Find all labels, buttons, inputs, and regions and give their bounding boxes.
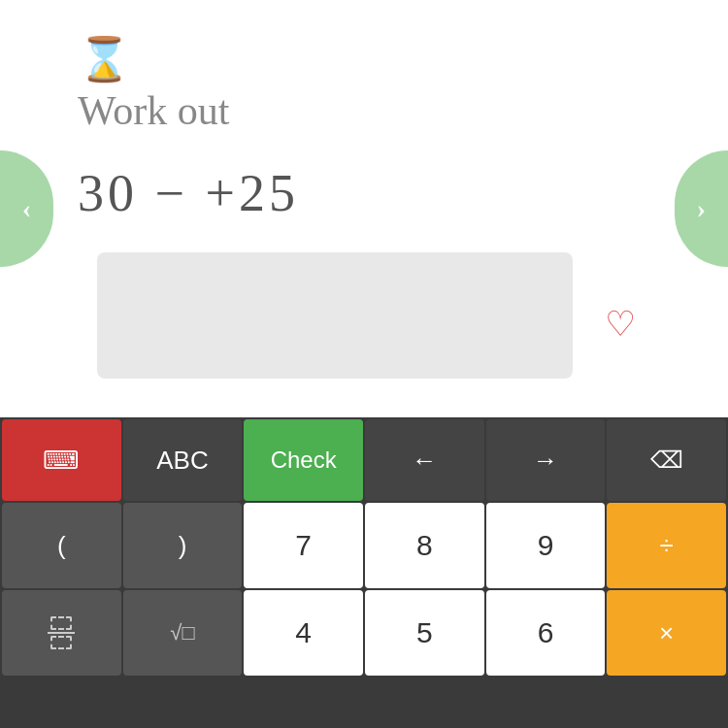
close-paren-label: ) <box>179 531 187 561</box>
eight-key[interactable]: 8 <box>365 503 484 588</box>
nav-left-button[interactable]: ‹ <box>0 150 53 267</box>
close-paren-key[interactable]: ) <box>123 503 243 588</box>
open-paren-label: ( <box>57 531 66 561</box>
keyboard-row-1: ⌨ ABC Check ← → ⌫ <box>0 417 728 501</box>
equation-display: 30 − +25 <box>78 163 728 223</box>
abc-key[interactable]: ABC <box>123 419 243 501</box>
six-key[interactable]: 6 <box>486 590 606 676</box>
answer-input-area[interactable] <box>97 252 573 379</box>
five-key[interactable]: 5 <box>365 590 484 676</box>
left-arrow-icon: ← <box>412 446 437 476</box>
abc-label: ABC <box>156 446 208 476</box>
backspace-icon: ⌫ <box>650 447 683 474</box>
sqrt-icon: √□ <box>170 620 194 645</box>
top-area: ⌛ Work out 30 − +25 ♡ ‹ › <box>0 0 728 417</box>
sqrt-key[interactable]: √□ <box>123 590 243 676</box>
six-label: 6 <box>538 616 554 649</box>
four-label: 4 <box>295 616 312 649</box>
backspace-key[interactable]: ⌫ <box>607 419 726 501</box>
nine-key[interactable]: 9 <box>486 503 606 588</box>
work-out-label: Work out <box>78 87 728 134</box>
right-arrow-key[interactable]: → <box>486 419 606 501</box>
four-key[interactable]: 4 <box>244 590 363 676</box>
multiply-key[interactable]: × <box>607 590 726 676</box>
right-chevron-icon: › <box>697 193 706 224</box>
seven-key[interactable]: 7 <box>244 503 363 588</box>
hourglass-icon: ⌛ <box>78 39 728 82</box>
seven-label: 7 <box>295 529 312 562</box>
keyboard-row-2: ( ) 7 8 9 ÷ <box>0 501 728 588</box>
open-paren-key[interactable]: ( <box>2 503 121 588</box>
divide-icon: ÷ <box>660 531 674 561</box>
five-label: 5 <box>416 616 433 649</box>
keyboard-icon: ⌨ <box>43 446 80 476</box>
keyboard-row-3: √□ 4 5 6 × <box>0 588 728 676</box>
fraction-icon <box>48 616 75 649</box>
nine-label: 9 <box>538 529 554 562</box>
check-button[interactable]: Check <box>244 419 363 501</box>
check-label: Check <box>271 447 337 474</box>
left-arrow-key[interactable]: ← <box>365 419 484 501</box>
fraction-key[interactable] <box>2 590 121 676</box>
eight-label: 8 <box>416 529 433 562</box>
right-arrow-icon: → <box>533 446 558 476</box>
keyboard-toggle-button[interactable]: ⌨ <box>2 419 121 501</box>
divide-key[interactable]: ÷ <box>607 503 726 588</box>
left-chevron-icon: ‹ <box>22 193 31 224</box>
multiply-icon: × <box>659 618 674 648</box>
keyboard-area: ⌨ ABC Check ← → ⌫ ( ) 7 8 9 <box>0 417 728 728</box>
heart-icon[interactable]: ♡ <box>605 304 636 345</box>
